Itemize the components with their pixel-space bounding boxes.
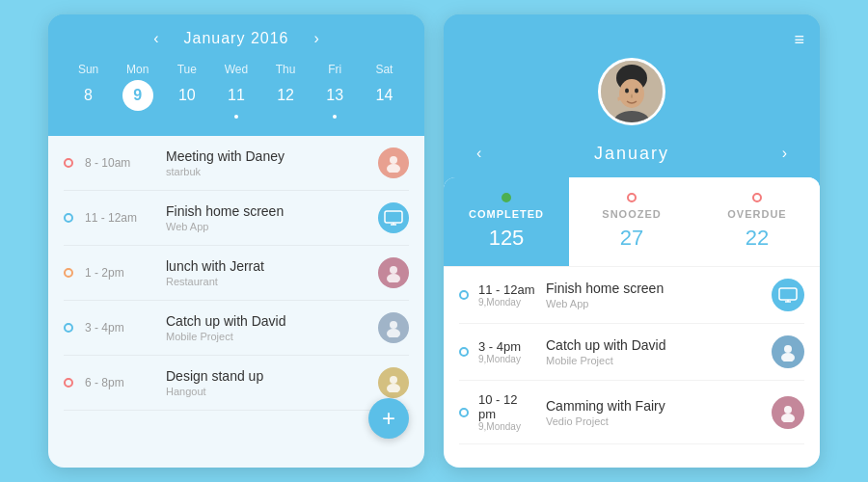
svg-point-20 [784, 345, 792, 353]
svg-rect-2 [385, 211, 402, 223]
svg-point-8 [387, 329, 400, 337]
day-col-fri[interactable]: Fri13 [315, 63, 354, 119]
stat-snoozed[interactable]: SNOOZED 27 [569, 177, 694, 266]
svg-point-7 [390, 321, 397, 329]
day-label: Sat [375, 63, 393, 76]
event-dot [64, 323, 73, 333]
svg-point-10 [387, 384, 400, 392]
event-avatar [378, 312, 409, 343]
event-avatar [378, 367, 409, 398]
completed-value: 125 [489, 226, 525, 251]
event-info: Finish home screenWeb App [166, 203, 366, 232]
prev-month-right-button[interactable]: ‹ [469, 143, 489, 164]
day-col-mon[interactable]: Mon9 [119, 63, 157, 119]
event-icon [772, 335, 804, 368]
event-dot [64, 378, 73, 388]
event-dot [64, 158, 73, 168]
list-item[interactable]: 11 - 12am9,MondayFinish home screenWeb A… [459, 267, 804, 324]
left-panel: ‹ January 2016 › Sun8Mon9Tue10Wed11Thu12… [48, 14, 424, 468]
next-month-button[interactable]: › [308, 28, 324, 49]
event-time: 1 - 2pm [85, 266, 154, 280]
day-col-wed[interactable]: Wed11 [217, 63, 256, 119]
day-col-tue[interactable]: Tue10 [168, 63, 206, 119]
add-event-button[interactable]: + [368, 398, 409, 439]
list-item[interactable]: 10 - 12 pm9,MondayCamming with FairyVedi… [459, 381, 804, 444]
event-info: Camming with FairyVedio Project [546, 398, 762, 427]
month-nav-right: ‹ January › [459, 133, 804, 177]
event-avatar [378, 147, 409, 178]
stats-section: COMPLETED 125 SNOOZED 27 OVERDUE 22 [444, 177, 820, 266]
right-events-list: 11 - 12am9,MondayFinish home screenWeb A… [444, 266, 820, 468]
event-dot [64, 268, 73, 278]
event-dot [459, 408, 469, 417]
month-title-right: January [594, 144, 669, 164]
day-dot [234, 115, 238, 119]
event-sub: Restaurant [166, 276, 366, 287]
event-title: Finish home screen [166, 203, 366, 219]
svg-point-9 [390, 376, 397, 384]
day-num: 8 [73, 80, 104, 111]
calendar-header: ‹ January 2016 › Sun8Mon9Tue10Wed11Thu12… [48, 14, 424, 136]
stat-overdue[interactable]: OVERDUE 22 [694, 177, 820, 266]
event-time: 11 - 12am [85, 211, 154, 225]
completed-dot [502, 193, 511, 202]
day-label: Wed [225, 63, 248, 76]
event-sub: starbuk [166, 166, 366, 177]
svg-point-15 [635, 89, 638, 94]
event-info: Design stand upHangout [166, 368, 366, 397]
svg-point-23 [781, 414, 795, 422]
event-time: 3 - 4pm9,Monday [478, 339, 536, 364]
svg-point-14 [625, 89, 629, 94]
event-title: lunch with Jerrat [166, 258, 366, 274]
event-info: Catch up with DavidMobile Project [546, 337, 762, 366]
event-info: Catch up with DavidMobile Project [166, 313, 366, 342]
profile-section: ≡ ‹ January [444, 14, 820, 177]
event-title: Meeting with Daney [166, 148, 366, 164]
event-title: Design stand up [166, 368, 366, 384]
list-item[interactable]: 3 - 4pmCatch up with DavidMobile Project [64, 301, 409, 356]
event-info: Meeting with Daneystarbuk [166, 148, 366, 177]
list-item[interactable]: 6 - 8pmDesign stand upHangout [64, 356, 409, 411]
event-time: 8 - 10am [85, 156, 154, 170]
completed-label: COMPLETED [469, 208, 544, 220]
day-label: Fri [328, 63, 341, 76]
event-time: 6 - 8pm [85, 376, 154, 389]
event-info: lunch with JerratRestaurant [166, 258, 366, 287]
list-item[interactable]: 1 - 2pmlunch with JerratRestaurant [64, 246, 409, 301]
event-time: 10 - 12 pm9,Monday [478, 392, 536, 432]
day-label: Mon [126, 63, 149, 76]
menu-icon[interactable]: ≡ [794, 30, 804, 50]
day-dot [333, 115, 337, 119]
event-info: Finish home screenWeb App [546, 281, 762, 309]
next-month-right-button[interactable]: › [774, 143, 795, 164]
day-label: Sun [78, 63, 98, 76]
day-label: Tue [177, 63, 197, 76]
list-item[interactable]: 3 - 4pm9,MondayCatch up with DavidMobile… [459, 324, 804, 381]
svg-point-5 [390, 266, 397, 274]
svg-point-6 [387, 274, 400, 282]
day-col-sat[interactable]: Sat14 [365, 63, 403, 119]
event-title: Catch up with David [166, 313, 366, 329]
overdue-dot [752, 193, 762, 202]
avatar [598, 58, 665, 125]
right-panel: ≡ ‹ January [444, 14, 820, 468]
day-label: Thu [276, 63, 296, 76]
event-time: 3 - 4pm [85, 321, 154, 335]
list-item[interactable]: 8 - 10amMeeting with Daneystarbuk [64, 136, 409, 191]
event-icon [772, 396, 804, 429]
svg-point-1 [387, 164, 400, 173]
snoozed-label: SNOOZED [602, 208, 661, 220]
event-avatar [378, 202, 409, 233]
day-col-sun[interactable]: Sun8 [69, 63, 108, 119]
list-item[interactable]: 11 - 12amFinish home screenWeb App [64, 191, 409, 246]
svg-point-22 [784, 406, 792, 414]
event-icon [772, 279, 804, 311]
day-col-thu[interactable]: Thu12 [266, 63, 305, 119]
stat-completed[interactable]: COMPLETED 125 [444, 177, 569, 266]
snoozed-value: 27 [620, 226, 643, 251]
day-num: 12 [270, 80, 301, 111]
event-dot [459, 290, 469, 300]
day-num: 13 [319, 80, 350, 111]
event-time: 11 - 12am9,Monday [478, 282, 536, 308]
prev-month-button[interactable]: ‹ [148, 28, 164, 49]
